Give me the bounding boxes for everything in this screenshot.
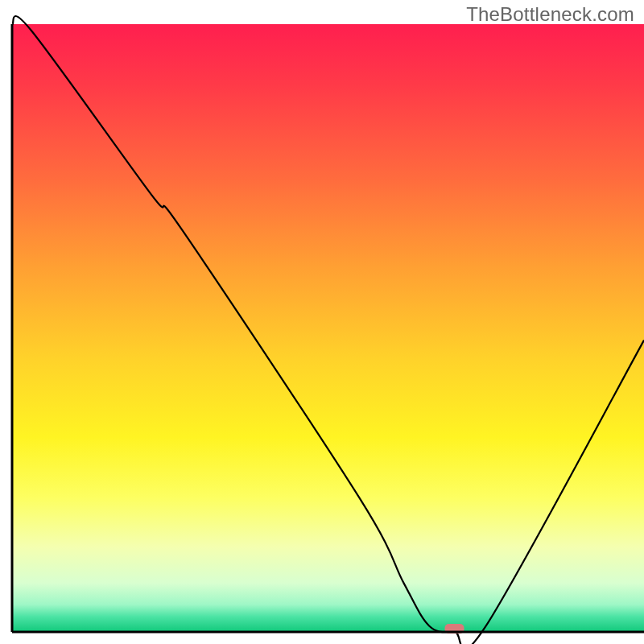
chart-container: TheBottleneck.com [0, 0, 644, 644]
plot-background [12, 24, 644, 632]
watermark-label: TheBottleneck.com [466, 3, 634, 26]
chart-svg [0, 0, 644, 644]
